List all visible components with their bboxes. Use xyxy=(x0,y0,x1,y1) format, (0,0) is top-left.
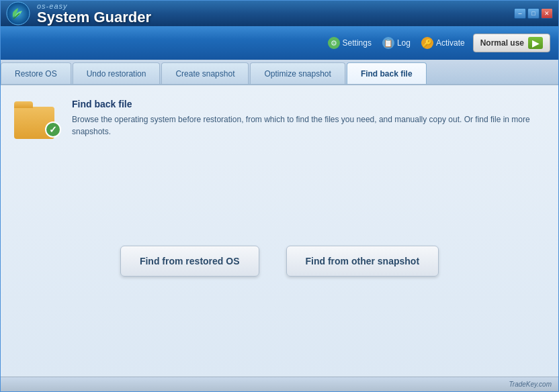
normal-use-arrow-icon: ▶ xyxy=(528,37,543,49)
maximize-button[interactable]: □ xyxy=(527,8,540,19)
settings-icon: ⚙ xyxy=(328,37,340,49)
log-icon: 📋 xyxy=(382,37,394,49)
minimize-button[interactable]: – xyxy=(514,8,526,19)
info-title: Find back file xyxy=(72,99,545,109)
tab-undo-restoration[interactable]: Undo restoration xyxy=(73,62,161,84)
activate-button[interactable]: 🔑 Activate xyxy=(419,36,468,50)
settings-button[interactable]: ⚙ Settings xyxy=(325,36,374,50)
app-name-bottom: System Guarder xyxy=(37,10,151,25)
close-button[interactable]: ✕ xyxy=(541,8,553,19)
buttons-area: Find from restored OS Find from other sn… xyxy=(14,159,545,363)
log-button[interactable]: 📋 Log xyxy=(380,36,413,50)
tab-restore-os[interactable]: Restore OS xyxy=(1,62,71,84)
info-box: ✓ Find back file Browse the operating sy… xyxy=(14,99,545,139)
log-label: Log xyxy=(397,38,411,48)
activate-icon: 🔑 xyxy=(421,37,433,49)
header-toolbar: ⚙ Settings 📋 Log 🔑 Activate Normal use ▶ xyxy=(1,26,558,60)
app-title-block: os-easy System Guarder xyxy=(37,3,151,25)
file-icon-container: ✓ xyxy=(14,99,61,139)
titlebar-controls: – □ ✕ xyxy=(514,8,553,19)
main-window: os-easy System Guarder – □ ✕ ⚙ Settings … xyxy=(0,0,559,392)
footer-watermark: TradeKey.com xyxy=(509,381,552,388)
titlebar-left: os-easy System Guarder xyxy=(6,1,151,26)
check-icon: ✓ xyxy=(45,121,61,138)
normal-use-button[interactable]: Normal use ▶ xyxy=(473,34,550,52)
find-restored-os-button[interactable]: Find from restored OS xyxy=(120,246,259,277)
app-logo xyxy=(6,1,30,26)
settings-label: Settings xyxy=(343,38,372,48)
info-desc: Browse the operating system before resto… xyxy=(72,113,545,138)
normal-use-label: Normal use xyxy=(480,38,524,48)
titlebar: os-easy System Guarder – □ ✕ xyxy=(1,1,558,26)
main-content: ✓ Find back file Browse the operating sy… xyxy=(1,85,558,377)
nav-tabs: Restore OS Undo restoration Create snaps… xyxy=(1,60,558,85)
activate-label: Activate xyxy=(436,38,465,48)
footer: TradeKey.com xyxy=(1,377,558,391)
tab-create-snapshot[interactable]: Create snapshot xyxy=(161,62,249,84)
find-other-snapshot-button[interactable]: Find from other snapshot xyxy=(286,246,439,277)
tab-optimize-snapshot[interactable]: Optimize snapshot xyxy=(250,62,345,84)
info-text-block: Find back file Browse the operating syst… xyxy=(72,99,545,138)
tab-find-back-file[interactable]: Find back file xyxy=(347,62,427,84)
